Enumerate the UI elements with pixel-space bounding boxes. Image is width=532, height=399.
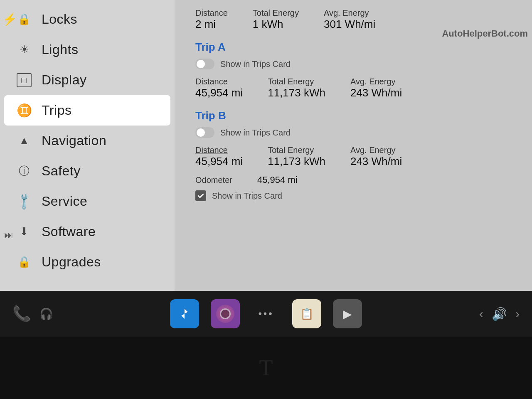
sidebar-item-locks[interactable]: 🔒 Locks: [0, 4, 175, 34]
software-icon: ⬇: [17, 225, 32, 238]
trip-b-toggle-label: Show in Trips Card: [220, 128, 291, 138]
volume-icon[interactable]: 🔊: [492, 307, 507, 321]
sidebar-label-display: Display: [42, 72, 86, 88]
sidebar: 🔒 Locks ☀ Lights □ Display ♊ Trips ▲ Na: [0, 0, 175, 291]
odometer-row: Odometer 45,954 mi: [195, 175, 511, 185]
skip-icon: ⏭: [0, 227, 17, 244]
trip-b-total-energy-value: 11,173 kWh: [268, 155, 325, 168]
lifetime-distance-block: Distance 2 mi: [195, 8, 228, 31]
trip-b-toggle-row[interactable]: Show in Trips Card: [195, 127, 511, 138]
trip-b-energy-block: Total Energy 11,173 kWh: [268, 145, 325, 168]
upgrades-icon: 🔒: [17, 256, 32, 268]
lifetime-stats-row: Distance 2 mi Total Energy 1 kWh Avg. En…: [195, 8, 511, 31]
trip-a-distance-label: Distance: [195, 77, 243, 86]
lifetime-avg-energy-label: Avg. Energy: [324, 8, 375, 18]
trip-a-heading: Trip A: [195, 41, 511, 54]
phone-icon[interactable]: 📞: [12, 305, 31, 323]
odometer-toggle-row[interactable]: Show in Trips Card: [195, 190, 511, 201]
trip-a-total-energy-label: Total Energy: [268, 77, 325, 86]
odometer-toggle-label: Show in Trips Card: [212, 191, 282, 201]
trip-b-distance-value: 45,954 mi: [195, 155, 243, 168]
trip-a-energy-block: Total Energy 11,173 kWh: [268, 77, 325, 99]
lifetime-distance-label: Distance: [195, 8, 228, 18]
odometer-value: 45,954 mi: [257, 175, 298, 185]
sidebar-label-upgrades: Upgrades: [42, 254, 101, 270]
trip-a-avg-energy-label: Avg. Energy: [350, 77, 402, 86]
lightning-icon: ⚡: [0, 11, 20, 28]
svg-text:T: T: [259, 355, 273, 380]
dots-icon[interactable]: •••: [251, 299, 281, 328]
trip-b-heading: Trip B: [195, 109, 511, 122]
trip-b-toggle[interactable]: [195, 127, 214, 138]
lifetime-distance-value: 2 mi: [195, 18, 228, 31]
taskbar-right-icons: ‹ 🔊 ›: [479, 307, 520, 321]
trip-a-stats-row: Distance 45,954 mi Total Energy 11,173 k…: [195, 77, 511, 99]
sun-icon: ☀: [17, 43, 32, 56]
sidebar-item-navigation[interactable]: ▲ Navigation: [0, 126, 175, 156]
camera-icon[interactable]: [211, 299, 240, 328]
trip-b-avg-energy-block: Avg. Energy 243 Wh/mi: [350, 145, 402, 168]
sidebar-item-display[interactable]: □ Display: [0, 65, 175, 95]
trips-icon: ♊: [17, 103, 32, 118]
play-icon[interactable]: ▶: [333, 299, 362, 328]
sidebar-label-lights: Lights: [42, 42, 78, 57]
sidebar-label-trips: Trips: [42, 103, 71, 118]
lifetime-total-energy-label: Total Energy: [253, 8, 299, 18]
sidebar-item-upgrades[interactable]: 🔒 Upgrades: [0, 247, 175, 277]
odometer-label: Odometer: [195, 175, 232, 185]
sidebar-label-service: Service: [42, 194, 87, 209]
service-icon: 🔧: [14, 191, 34, 212]
odometer-section: Odometer 45,954 mi Show in Trips Card: [195, 175, 511, 201]
lifetime-total-energy-value: 1 kWh: [253, 18, 299, 31]
notes-icon[interactable]: 📋: [292, 299, 321, 328]
trip-b-section: Trip B Show in Trips Card Distance 45,95…: [195, 109, 511, 168]
trip-a-avg-energy-value: 243 Wh/mi: [350, 86, 402, 99]
next-arrow[interactable]: ›: [515, 307, 520, 321]
trip-b-stats-row: Distance 45,954 mi Total Energy 11,173 k…: [195, 145, 511, 168]
navigation-icon: ▲: [17, 134, 32, 147]
safety-icon: ⓘ: [17, 164, 32, 178]
sidebar-label-safety: Safety: [42, 163, 81, 179]
bluetooth-icon[interactable]: [170, 299, 199, 328]
lifetime-energy-block: Total Energy 1 kWh: [253, 8, 299, 31]
taskbar-left-icons: 📞 🎧: [12, 305, 53, 323]
trip-b-avg-energy-value: 243 Wh/mi: [350, 155, 402, 168]
trip-b-distance-block: Distance 45,954 mi: [195, 145, 243, 168]
trip-b-avg-energy-label: Avg. Energy: [350, 145, 402, 155]
tesla-logo: T: [229, 347, 303, 389]
lifetime-avg-energy-value: 301 Wh/mi: [324, 18, 375, 31]
prev-arrow[interactable]: ‹: [479, 307, 483, 321]
trip-a-avg-energy-block: Avg. Energy 243 Wh/mi: [350, 77, 402, 99]
trip-b-total-energy-label: Total Energy: [268, 145, 325, 155]
bottom-bar: T: [0, 337, 532, 399]
trip-b-distance-label: Distance: [195, 145, 243, 155]
trip-a-toggle[interactable]: [195, 59, 214, 69]
display-icon: □: [17, 73, 32, 87]
trip-a-toggle-row[interactable]: Show in Trips Card: [195, 59, 511, 69]
sidebar-item-safety[interactable]: ⓘ Safety: [0, 156, 175, 186]
headset-icon[interactable]: 🎧: [39, 308, 53, 320]
sidebar-item-software[interactable]: ⬇ Software: [0, 217, 175, 247]
sidebar-label-navigation: Navigation: [42, 133, 106, 148]
sidebar-item-trips[interactable]: ♊ Trips: [4, 95, 170, 126]
taskbar: 📞 🎧 ••• 📋 ▶ ‹ 🔊 ›: [0, 291, 532, 337]
sidebar-label-software: Software: [42, 224, 96, 239]
sidebar-item-service[interactable]: 🔧 Service: [0, 186, 175, 217]
trip-a-section: Trip A Show in Trips Card Distance 45,95…: [195, 41, 511, 99]
trip-a-total-energy-value: 11,173 kWh: [268, 86, 325, 99]
main-content: Distance 2 mi Total Energy 1 kWh Avg. En…: [175, 0, 532, 291]
trip-a-distance-value: 45,954 mi: [195, 86, 243, 99]
odometer-checkbox[interactable]: [195, 190, 206, 201]
trip-a-toggle-label: Show in Trips Card: [220, 59, 291, 69]
lifetime-avg-energy-block: Avg. Energy 301 Wh/mi: [324, 8, 375, 31]
trip-a-distance-block: Distance 45,954 mi: [195, 77, 243, 99]
sidebar-label-locks: Locks: [42, 12, 77, 27]
sidebar-item-lights[interactable]: ☀ Lights: [0, 34, 175, 65]
